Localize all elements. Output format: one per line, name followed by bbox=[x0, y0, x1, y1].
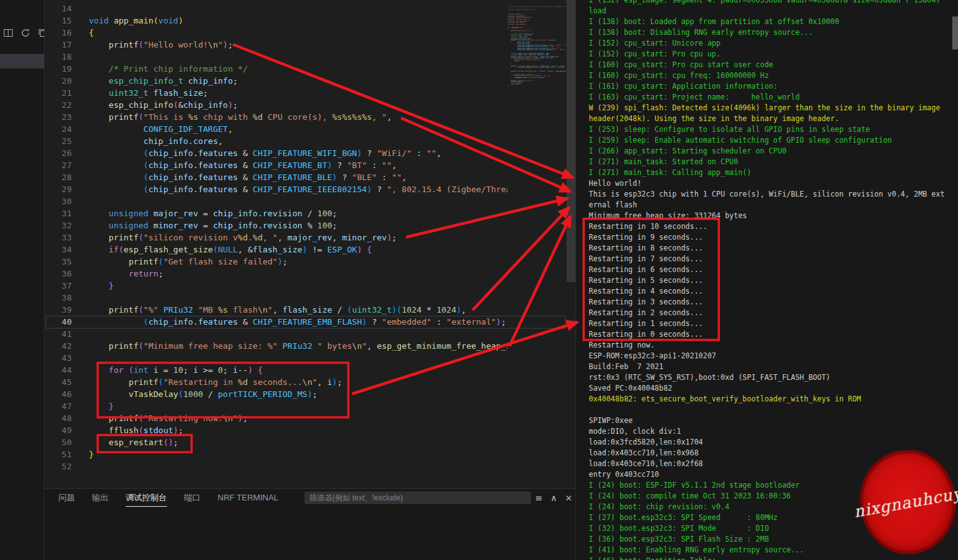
line-number: 18 bbox=[44, 51, 89, 63]
terminal-scrollbar[interactable] bbox=[952, 0, 958, 560]
code-editor[interactable]: 1415void app_main(void)16{17 printf("Hel… bbox=[44, 0, 575, 488]
terminal-line: Restarting in 0 seconds... bbox=[589, 329, 955, 340]
terminal-line: Hello world! bbox=[589, 178, 955, 189]
code-line: 42 printf("Minimum free heap size: %" PR… bbox=[44, 340, 508, 352]
terminal-line: I (160) cpu_start: cpu freq: 160000000 H… bbox=[589, 70, 955, 81]
terminal-line: load bbox=[589, 6, 955, 16]
line-number: 50 bbox=[44, 436, 89, 448]
line-number: 47 bbox=[44, 400, 89, 412]
code-line: 36 return; bbox=[44, 268, 508, 280]
code-line: 21 uint32_t flash_size; bbox=[44, 87, 508, 99]
terminal-line: Restarting in 10 seconds... bbox=[589, 221, 955, 232]
tab-problems[interactable]: 问题 bbox=[58, 490, 75, 507]
refresh-icon[interactable] bbox=[20, 28, 30, 38]
code-line: 16{ bbox=[44, 27, 508, 39]
code-line: 23 printf("This is %s chip with %d CPU c… bbox=[44, 111, 508, 123]
code-line: 28 (chip_info.features & CHIP_FEATURE_BL… bbox=[44, 171, 508, 183]
terminal-line: I (152) cpu_start: Pro cpu up. bbox=[589, 49, 955, 60]
line-number: 48 bbox=[44, 412, 89, 424]
line-number: 49 bbox=[44, 424, 89, 436]
code-line: 49 fflush(stdout); bbox=[44, 424, 508, 436]
terminal-line: load:0x3fcd5820,len:0x1704 bbox=[589, 437, 955, 448]
line-number: 14 bbox=[44, 3, 89, 15]
code-line: 40 (chip_info.features & CHIP_FEATURE_EM… bbox=[44, 316, 508, 328]
code-line: 27 (chip_info.features & CHIP_FEATURE_BT… bbox=[44, 159, 508, 171]
split-editor-icon[interactable] bbox=[3, 28, 13, 38]
terminal-scrollbar-thumb[interactable] bbox=[952, 16, 958, 49]
terminal-line: Saved PC:0x40048b82 bbox=[589, 383, 955, 394]
line-number: 27 bbox=[44, 159, 89, 171]
terminal-line: I (46) boot: Partition Table: bbox=[589, 556, 955, 560]
bottom-panel: 问题 输出 调试控制台 端口 NRF TERMINAL ≡ ∧ × bbox=[44, 488, 575, 560]
maximize-panel-icon[interactable]: ∧ bbox=[547, 493, 560, 503]
terminal-line: Restarting in 9 seconds... bbox=[589, 232, 955, 243]
terminal-line: W (239) spi_flash: Detected size(4096k) … bbox=[589, 103, 955, 114]
terminal-line: Restarting in 2 seconds... bbox=[589, 308, 955, 318]
tab-debug-console[interactable]: 调试控制台 bbox=[126, 490, 167, 507]
terminal-line: ernal flash bbox=[589, 200, 955, 211]
line-number: 30 bbox=[44, 195, 89, 207]
terminal-line: rst:0x3 (RTC_SW_SYS_RST),boot:0xd (SPI_F… bbox=[589, 372, 955, 383]
line-number: 24 bbox=[44, 123, 89, 135]
code-line: 15void app_main(void) bbox=[44, 15, 508, 27]
code-line: * SPDX-FileCopyrightText: 2010-2022 Espr… bbox=[508, 6, 566, 8]
terminal-line: Restarting in 3 seconds... bbox=[589, 297, 955, 308]
code-line: 48 printf("Restarting now.\n"); bbox=[44, 412, 508, 424]
terminal-line: Minimum free heap size: 331264 bytes bbox=[589, 211, 955, 221]
terminal-line: header(2048k). Using the size in the bin… bbox=[589, 114, 955, 124]
terminal-line: SPIWP:0xee bbox=[589, 415, 955, 426]
line-number: 26 bbox=[44, 147, 89, 159]
editor-scrollbar[interactable] bbox=[567, 0, 575, 488]
code-lines: 1415void app_main(void)16{17 printf("Hel… bbox=[44, 3, 508, 472]
code-line: 31 unsigned major_rev = chip_info.revisi… bbox=[44, 207, 508, 219]
line-number: 25 bbox=[44, 135, 89, 147]
code-line: 26 (chip_info.features & CHIP_FEATURE_WI… bbox=[44, 147, 508, 159]
line-number: 40 bbox=[44, 316, 89, 328]
terminal-line: Build:Feb 7 2021 bbox=[589, 361, 955, 372]
terminal-line: Restarting in 1 seconds... bbox=[589, 318, 955, 329]
terminal-line: Restarting in 4 seconds... bbox=[589, 286, 955, 297]
line-number: 23 bbox=[44, 111, 89, 123]
minimap[interactable]: /* * SPDX-FileCopyrightText: 2010-2022 E… bbox=[508, 1, 566, 192]
line-number: 28 bbox=[44, 171, 89, 183]
line-number: 46 bbox=[44, 388, 89, 400]
code-line: 39 printf("%" PRIu32 "MB %s flash\n", fl… bbox=[44, 304, 508, 316]
terminal-line: I (253) sleep: Configure to isolate all … bbox=[589, 124, 955, 135]
code-line: 32 unsigned minor_rev = chip_info.revisi… bbox=[44, 219, 508, 231]
line-number: 33 bbox=[44, 231, 89, 244]
line-number: 38 bbox=[44, 292, 89, 304]
tab-output[interactable]: 输出 bbox=[92, 490, 108, 507]
code-line: (chip_info.features & CHIP_FEATURE_IEEE8… bbox=[508, 49, 566, 51]
code-line: 17 printf("Hello world!\n"); bbox=[44, 39, 508, 51]
line-number: 44 bbox=[44, 364, 89, 376]
code-line: 45 printf("Restarting in %d seconds...\n… bbox=[44, 376, 508, 388]
terminal-line: I (160) cpu_start: Pro cpu start user co… bbox=[589, 60, 955, 70]
code-line: 25 chip_info.cores, bbox=[44, 135, 508, 147]
tab-nrf-terminal[interactable]: NRF TERMINAL bbox=[218, 490, 279, 505]
tab-ports[interactable]: 端口 bbox=[184, 490, 200, 507]
code-line: 18 bbox=[44, 51, 508, 63]
code-line: 33 printf("silicon revision v%d.%d, ", m… bbox=[44, 231, 508, 244]
line-number: 17 bbox=[44, 39, 89, 51]
line-number: 16 bbox=[44, 27, 89, 39]
line-number: 35 bbox=[44, 256, 89, 268]
terminal-line: I (271) main_task: Calling app_main() bbox=[589, 167, 955, 178]
terminal-line: I (152) cpu_start: Unicore app bbox=[589, 38, 955, 49]
close-panel-icon[interactable]: × bbox=[562, 493, 575, 503]
console-filter-input[interactable] bbox=[305, 492, 531, 504]
line-number: 41 bbox=[44, 328, 89, 340]
line-number: 20 bbox=[44, 75, 89, 87]
panel-tab-bar: 问题 输出 调试控制台 端口 NRF TERMINAL ≡ ∧ × bbox=[44, 489, 575, 507]
line-number: 39 bbox=[44, 304, 89, 316]
left-sidebar-strip bbox=[0, 0, 44, 560]
terminal-line: I (259) sleep: Enable automatic switchin… bbox=[589, 135, 955, 146]
console-view-menu-icon[interactable]: ≡ bbox=[532, 493, 546, 503]
code-line: 22 esp_chip_info(&chip_info); bbox=[44, 99, 508, 111]
line-number: 36 bbox=[44, 268, 89, 280]
terminal-line: I (266) app_start: Starting scheduler on… bbox=[589, 146, 955, 157]
code-line: 50 esp_restart(); bbox=[44, 436, 508, 448]
editor-scrollbar-thumb[interactable] bbox=[567, 0, 575, 282]
code-line bbox=[508, 87, 566, 89]
code-line: 38 bbox=[44, 292, 508, 304]
code-line: 41 bbox=[44, 328, 508, 340]
